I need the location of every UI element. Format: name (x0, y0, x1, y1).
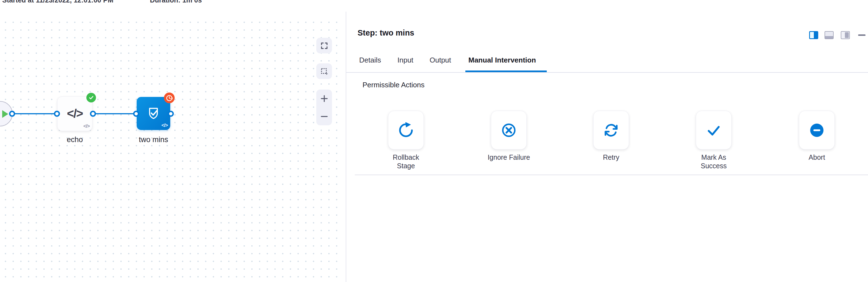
plus-icon (320, 94, 329, 103)
rollback-stage-icon (398, 122, 414, 138)
port-start-out (9, 111, 15, 117)
check-badge-icon (86, 93, 96, 103)
right-view-icon[interactable] (841, 31, 850, 39)
tab-manual-intervention[interactable]: Manual Intervention (468, 56, 536, 64)
node-echo[interactable]: </> </> (57, 96, 92, 131)
ignore-failure-button[interactable] (491, 111, 527, 149)
bottom-view-icon[interactable] (825, 31, 834, 39)
node-label-echo: echo (57, 136, 92, 144)
minus-icon (320, 112, 329, 121)
script-type-icon: </> (83, 123, 90, 129)
action-label: Ignore Failure (487, 153, 531, 162)
marquee-select-icon (320, 67, 329, 76)
retry-icon (603, 122, 619, 138)
mark-as-success-button[interactable] (696, 111, 732, 149)
panel-title: Step: two mins (358, 28, 414, 37)
actions-section-border (355, 175, 868, 175)
marquee-select-button[interactable] (316, 63, 332, 79)
shield-check-icon (146, 105, 161, 121)
port-two-mins-in (133, 111, 139, 117)
action-label: Abort (795, 153, 839, 162)
port-two-mins-out (168, 111, 174, 117)
abort-button[interactable] (799, 111, 835, 149)
retry-button[interactable] (593, 111, 629, 149)
started-timestamp: Started at 11/23/2022, 12:01:00 PM (2, 0, 113, 4)
tabs-bottom-border (346, 72, 868, 73)
code-icon: </> (58, 107, 92, 120)
node-label-two-mins: two mins (137, 136, 170, 144)
zoom-out-button[interactable] (316, 108, 332, 125)
duration-text: Duration: 1m 0s (150, 0, 202, 4)
script-type-icon: </> (161, 122, 168, 128)
node-two-mins[interactable]: </> (137, 97, 170, 130)
panel-layout-controls (809, 31, 866, 40)
tab-input[interactable]: Input (397, 56, 413, 64)
pipeline-canvas[interactable]: </> </> echo </> two mins (0, 4, 346, 282)
fit-to-screen-button[interactable] (316, 38, 332, 53)
action-label: Mark As Success (692, 153, 736, 170)
rollback-stage-button[interactable] (388, 111, 424, 149)
action-label: Retry (589, 153, 633, 162)
port-echo-in (54, 111, 60, 117)
execution-header: Started at 11/23/2022, 12:01:00 PM Durat… (0, 0, 868, 4)
zoom-in-button[interactable] (316, 90, 332, 107)
canvas-dot-grid (0, 16, 342, 278)
port-echo-out (90, 111, 96, 117)
tab-details[interactable]: Details (359, 56, 381, 64)
mark-as-success-icon (706, 122, 722, 138)
ignore-failure-icon (501, 122, 517, 138)
step-details-panel: Step: two mins Details Input Output Manu… (346, 4, 868, 282)
waiting-clock-badge-icon (164, 92, 175, 103)
fullscreen-icon (320, 41, 329, 50)
pipeline-execution-view: Started at 11/23/2022, 12:01:00 PM Durat… (0, 0, 868, 282)
action-label: Rollback Stage (384, 153, 428, 170)
play-icon (2, 110, 8, 118)
tab-output[interactable]: Output (430, 56, 451, 64)
split-view-icon[interactable] (809, 31, 818, 39)
zoom-control-group (316, 89, 332, 125)
minimize-icon[interactable] (858, 34, 866, 36)
permissible-actions-title: Permissible Actions (363, 81, 424, 89)
abort-icon (809, 122, 825, 138)
